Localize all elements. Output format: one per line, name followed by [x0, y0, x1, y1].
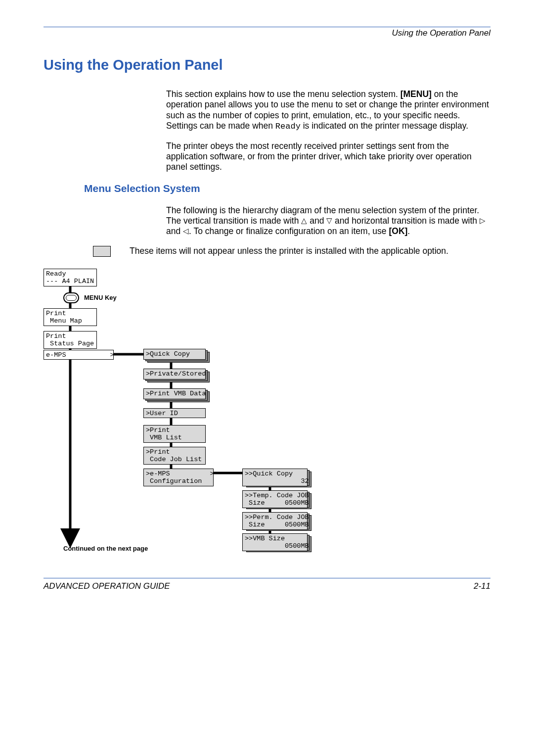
continued-label: Continued on the next page [63, 545, 148, 552]
lcd-print-status-page: Print Status Page [44, 331, 97, 349]
menu-key-icon [63, 292, 79, 303]
lcd-quick-copy-32: >>Quick Copy 32 [242, 469, 308, 486]
triangle-up-icon: △ [301, 216, 307, 225]
triangle-down-icon: ▽ [326, 216, 332, 225]
lcd-private-stored: >Private/Stored [143, 369, 206, 379]
header-rule [44, 27, 490, 27]
lcd-print-code-job-list: >Print Code Job List [143, 447, 206, 465]
page-title: Using the Operation Panel [44, 57, 490, 73]
triangle-left-icon: ◁ [183, 227, 189, 235]
triangle-right-icon: ▷ [480, 216, 486, 225]
lcd-quick-copy: >Quick Copy [143, 349, 206, 360]
page-footer: ADVANCED OPERATION GUIDE 2-11 [44, 578, 490, 591]
lcd-print-menu-map: Print Menu Map [44, 308, 97, 326]
intro-paragraph-1: This section explains how to use the men… [166, 89, 490, 132]
intro-paragraph-2: The printer obeys the most recently rece… [166, 141, 490, 173]
lcd-emps-config: >e-MPS > Configuration [143, 469, 214, 486]
menu-key-label: MENU Key [84, 294, 117, 301]
section-heading: Menu Selection System [84, 183, 490, 194]
footer-page-number: 2-11 [474, 581, 490, 591]
lcd-emps: e-MPS > [44, 350, 114, 360]
footer-guide-name: ADVANCED OPERATION GUIDE [44, 581, 170, 591]
lcd-perm-code-job: >>Perm. Code JOB Size 0500MB [242, 512, 308, 530]
note-swatch-icon [93, 246, 111, 257]
lcd-print-vmb-list: >Print VMB List [143, 425, 206, 443]
lcd-temp-code-job: >>Temp. Code JOB Size 0500MB [242, 490, 308, 508]
lcd-user-id: >User ID [143, 408, 206, 418]
lcd-ready: Ready --- A4 PLAIN [44, 269, 97, 286]
hierarchy-paragraph: The following is the hierarchy diagram o… [166, 205, 490, 237]
lcd-vmb-size: >>VMB Size 0500MB [242, 533, 308, 551]
running-header: Using the Operation Panel [44, 28, 490, 38]
lcd-print-vmb-data: >Print VMB Data [143, 388, 206, 399]
menu-hierarchy-diagram: Ready --- A4 PLAIN MENU Key Print Menu M… [44, 269, 490, 551]
note-row: These items will not appear unless the p… [93, 246, 490, 257]
note-text: These items will not appear unless the p… [130, 246, 448, 256]
